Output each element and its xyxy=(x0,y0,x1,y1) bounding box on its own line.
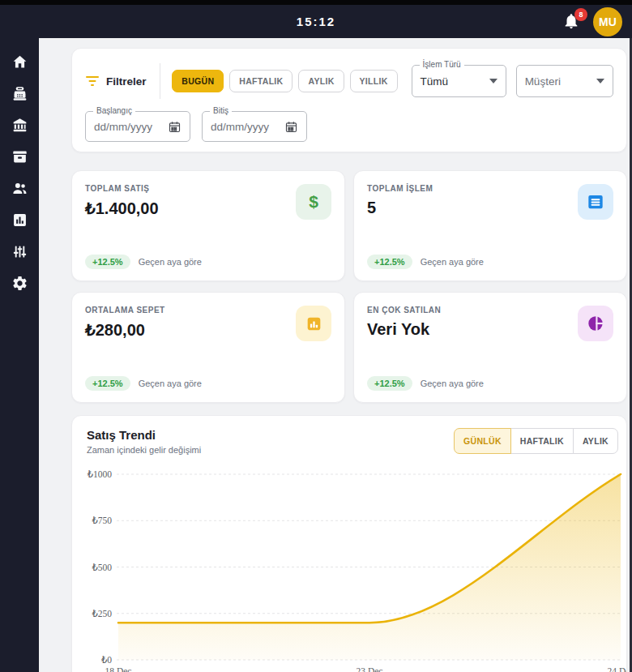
divider xyxy=(160,63,160,99)
notifications-button[interactable]: 8 xyxy=(562,12,582,32)
change-note: Geçen aya göre xyxy=(421,257,484,267)
customer-value: Müşteri xyxy=(525,75,561,88)
user-avatar[interactable]: MU xyxy=(593,7,622,36)
archive-box-icon xyxy=(11,148,28,165)
sidebar-item-reports[interactable] xyxy=(6,211,32,229)
sales-trend-card: Satış Trendi Zaman içindeki gelir değişi… xyxy=(71,415,627,672)
trend-title-group: Satış Trendi Zaman içindeki gelir değişi… xyxy=(87,428,201,455)
trend-subtitle: Zaman içindeki gelir değişimi xyxy=(87,445,201,455)
svg-text:₺250: ₺250 xyxy=(92,609,112,618)
stat-icon-tile xyxy=(578,306,613,341)
stats-grid: TOPLAM SATIŞ ₺1.400,00 $ +12.5% Geçen ay… xyxy=(71,170,627,403)
trend-title: Satış Trendi xyxy=(87,428,201,442)
clock: 15:12 xyxy=(297,15,335,28)
sidebar-item-settings[interactable] xyxy=(6,274,32,292)
transaction-type-select[interactable]: İşlem Türü Tümü xyxy=(412,65,506,97)
gear-icon xyxy=(11,275,28,292)
sidebar-item-customers[interactable] xyxy=(6,179,32,197)
sidebar-nav xyxy=(0,38,39,672)
period-button-today[interactable]: BUGÜN xyxy=(172,70,224,92)
stat-card-average-basket: ORTALAMA SEPET ₺280,00 +12.5% Geçen aya … xyxy=(71,292,345,403)
dollar-icon: $ xyxy=(309,192,318,212)
cash-register-icon xyxy=(11,85,28,102)
users-icon xyxy=(11,180,28,197)
svg-text:₺1000: ₺1000 xyxy=(88,469,113,479)
stat-footer: +12.5% Geçen aya göre xyxy=(367,255,484,269)
chevron-down-icon xyxy=(489,79,497,83)
chart-x-ticks: 18 Dec23 Dec24 Dec xyxy=(105,666,627,672)
period-button-monthly[interactable]: AYLIK xyxy=(298,70,344,92)
sidebar-item-adjustments[interactable] xyxy=(6,242,32,260)
start-date-input[interactable]: Başlangıç dd/mm/yyyy xyxy=(85,111,190,142)
main-content: Filtreler BUGÜN HAFTALIK AYLIK YILLIK İş… xyxy=(39,38,632,672)
sidebar-item-pos[interactable] xyxy=(6,84,32,102)
change-badge: +12.5% xyxy=(367,255,412,269)
start-date-value: dd/mm/yyyy xyxy=(94,121,152,133)
end-date-value: dd/mm/yyyy xyxy=(211,121,269,133)
calendar-icon[interactable] xyxy=(168,120,181,134)
svg-text:₺500: ₺500 xyxy=(92,563,112,572)
transaction-type-value: Tümü xyxy=(421,75,449,88)
stat-label: EN ÇOK SATILAN xyxy=(367,306,613,315)
change-note: Geçen aya göre xyxy=(139,379,202,388)
svg-text:₺0: ₺0 xyxy=(101,655,112,665)
home-icon xyxy=(11,54,28,71)
stat-icon-tile xyxy=(578,184,613,220)
trend-chart: ₺0₺250₺500₺750₺1000 18 Dec23 Dec24 Dec xyxy=(72,464,627,672)
area-chart: ₺0₺250₺500₺750₺1000 18 Dec23 Dec24 Dec xyxy=(72,464,627,672)
filters-title-group: Filtreler xyxy=(85,75,147,88)
stat-value: ₺280,00 xyxy=(85,320,331,340)
filters-row-dates: Başlangıç dd/mm/yyyy Bitiş dd/mm/yyyy xyxy=(85,111,613,142)
filter-icon xyxy=(85,76,99,87)
stat-card-top-seller: EN ÇOK SATILAN Veri Yok +12.5% Geçen aya… xyxy=(353,292,627,403)
top-bar: 15:12 8 MU xyxy=(0,5,632,38)
end-date-label: Bitiş xyxy=(210,106,232,116)
chevron-down-icon xyxy=(596,79,604,83)
chart-y-ticks: ₺0₺250₺500₺750₺1000 xyxy=(88,469,113,665)
sidebar-item-home[interactable] xyxy=(6,53,32,71)
period-button-yearly[interactable]: YILLIK xyxy=(350,70,398,92)
sidebar-item-products[interactable] xyxy=(6,148,32,165)
trend-header: Satış Trendi Zaman içindeki gelir değişi… xyxy=(72,416,626,458)
svg-text:₺750: ₺750 xyxy=(92,516,112,525)
period-button-weekly[interactable]: HAFTALIK xyxy=(229,70,293,92)
svg-text:24 Dec: 24 Dec xyxy=(608,666,627,672)
change-note: Geçen aya göre xyxy=(139,257,202,267)
change-badge: +12.5% xyxy=(85,255,130,269)
sidebar-item-bank[interactable] xyxy=(6,116,32,134)
notification-badge: 8 xyxy=(574,8,587,21)
pie-chart-icon xyxy=(585,313,606,334)
stat-icon-tile: $ xyxy=(296,184,331,220)
range-button-weekly[interactable]: HAFTALIK xyxy=(510,428,574,454)
range-button-daily[interactable]: GÜNLÜK xyxy=(454,428,511,454)
change-badge: +12.5% xyxy=(85,376,130,391)
svg-text:23 Dec: 23 Dec xyxy=(357,666,383,672)
filters-row-primary: Filtreler BUGÜN HAFTALIK AYLIK YILLIK İş… xyxy=(85,63,613,99)
stat-label: TOPLAM İŞLEM xyxy=(367,184,613,193)
stat-card-total-transactions: TOPLAM İŞLEM 5 +12.5% Geçen aya göre xyxy=(353,170,627,281)
stat-label: TOPLAM SATIŞ xyxy=(85,184,331,193)
trend-range-toggle: GÜNLÜK HAFTALIK AYLIK xyxy=(454,428,618,454)
stat-label: ORTALAMA SEPET xyxy=(85,306,331,315)
filters-card: Filtreler BUGÜN HAFTALIK AYLIK YILLIK İş… xyxy=(71,48,627,152)
range-button-monthly[interactable]: AYLIK xyxy=(573,428,618,454)
receipt-icon xyxy=(585,191,606,212)
calendar-icon[interactable] xyxy=(284,120,298,134)
customer-select[interactable]: Müşteri xyxy=(516,65,613,97)
stat-value: Veri Yok xyxy=(367,320,613,339)
stat-footer: +12.5% Geçen aya göre xyxy=(85,376,202,391)
end-date-input[interactable]: Bitiş dd/mm/yyyy xyxy=(202,111,307,142)
svg-text:18 Dec: 18 Dec xyxy=(105,666,132,672)
stat-footer: +12.5% Geçen aya göre xyxy=(367,376,484,391)
stat-value: ₺1.400,00 xyxy=(85,199,331,218)
sliders-icon xyxy=(11,243,28,260)
change-badge: +12.5% xyxy=(367,376,412,391)
stat-card-total-sales: TOPLAM SATIŞ ₺1.400,00 $ +12.5% Geçen ay… xyxy=(71,170,345,281)
window-top-strip xyxy=(0,0,632,5)
change-note: Geçen aya göre xyxy=(421,379,484,388)
start-date-label: Başlangıç xyxy=(93,106,135,116)
bar-chart-icon xyxy=(304,314,324,334)
stat-value: 5 xyxy=(367,199,613,217)
bank-icon xyxy=(11,117,28,134)
stat-icon-tile xyxy=(296,306,331,341)
